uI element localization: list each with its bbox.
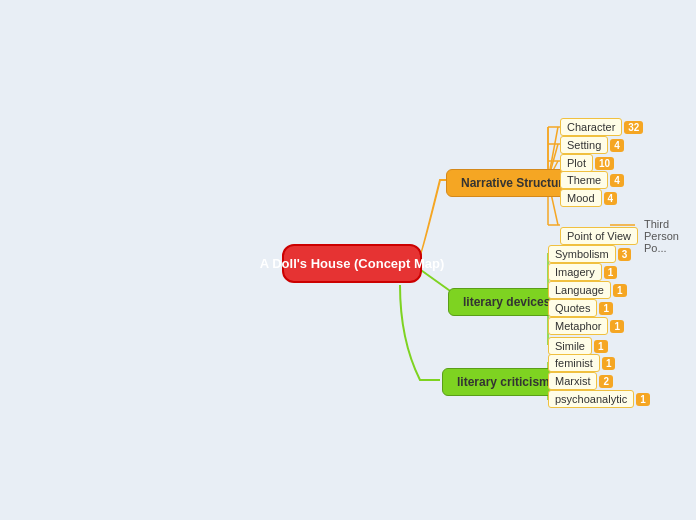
leaf-feminist: feminist 1 bbox=[548, 354, 615, 372]
center-node: A Doll's House (Concept Map) bbox=[282, 244, 422, 283]
leaf-language: Language 1 bbox=[548, 281, 627, 299]
literary-criticism-node: literary criticism bbox=[442, 368, 565, 396]
leaf-theme: Theme 4 bbox=[560, 171, 624, 189]
leaf-imagery: Imagery 1 bbox=[548, 263, 617, 281]
leaf-plot: Plot 10 bbox=[560, 154, 614, 172]
leaf-metaphor: Metaphor 1 bbox=[548, 317, 624, 335]
leaf-simile: Simile 1 bbox=[548, 337, 608, 355]
leaf-mood: Mood 4 bbox=[560, 189, 617, 207]
leaf-character: Character 32 bbox=[560, 118, 643, 136]
leaf-setting: Setting 4 bbox=[560, 136, 624, 154]
leaf-marxist: Marxist 2 bbox=[548, 372, 613, 390]
leaf-symbolism: Symbolism 3 bbox=[548, 245, 631, 263]
leaf-quotes: Quotes 1 bbox=[548, 299, 613, 317]
leaf-psychoanalytic: psychoanalytic 1 bbox=[548, 390, 650, 408]
